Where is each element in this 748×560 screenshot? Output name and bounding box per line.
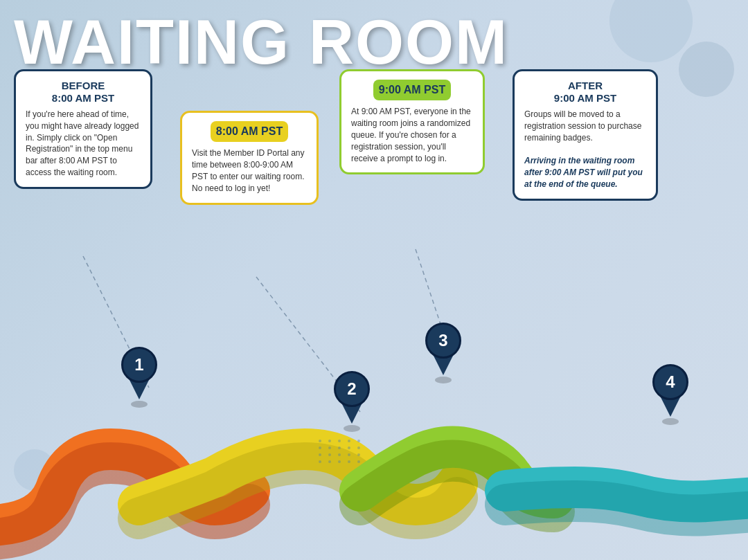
- road-container: 1 2 3 4: [0, 311, 748, 560]
- box1-body: If you're here ahead of time, you might …: [26, 109, 141, 179]
- pin-1-base: [131, 401, 148, 408]
- box3-body: At 9:00 AM PST, everyone in the waiting …: [351, 106, 473, 164]
- pin-3-point: [434, 356, 453, 375]
- box4-header: AFTER9:00 AM PST: [524, 80, 646, 105]
- main-title: WAITING ROOM: [14, 7, 508, 78]
- box4-body: Groups will be moved to a registration s…: [524, 109, 646, 190]
- pin-3: 3: [425, 323, 461, 383]
- box3-header: 9:00 AM PST: [373, 80, 451, 100]
- box2-header: 8:00 AM PST: [211, 121, 288, 142]
- pin-1-circle: 1: [121, 347, 157, 383]
- box-before-8am: BEFORE8:00 AM PST If you're here ahead o…: [14, 69, 152, 189]
- box2-body: Visit the Member ID Portal any time betw…: [192, 147, 307, 194]
- box-8am: 8:00 AM PST Visit the Member ID Portal a…: [180, 111, 319, 205]
- box1-header: BEFORE8:00 AM PST: [26, 80, 141, 105]
- pin-2-circle: 2: [334, 371, 370, 407]
- pin-2: 2: [334, 371, 370, 432]
- pin-4-circle: 4: [652, 364, 688, 400]
- pin-4: 4: [652, 364, 688, 425]
- box-9am: 9:00 AM PST At 9:00 AM PST, everyone in …: [339, 69, 485, 174]
- pin-3-circle: 3: [425, 323, 461, 359]
- box4-italic: Arriving in the waiting room after 9:00 …: [524, 156, 643, 189]
- dot-grid: [319, 440, 363, 463]
- pin-2-point: [342, 404, 362, 424]
- pin-1: 1: [121, 347, 157, 408]
- pin-4-point: [661, 397, 680, 417]
- pin-2-base: [344, 425, 360, 432]
- pin-1-point: [130, 380, 149, 399]
- box-after-9am: AFTER9:00 AM PST Groups will be moved to…: [513, 69, 658, 201]
- deco-circle-2: [679, 42, 734, 97]
- road-svg: [0, 311, 748, 560]
- pin-4-base: [662, 418, 679, 425]
- pin-3-base: [435, 377, 452, 383]
